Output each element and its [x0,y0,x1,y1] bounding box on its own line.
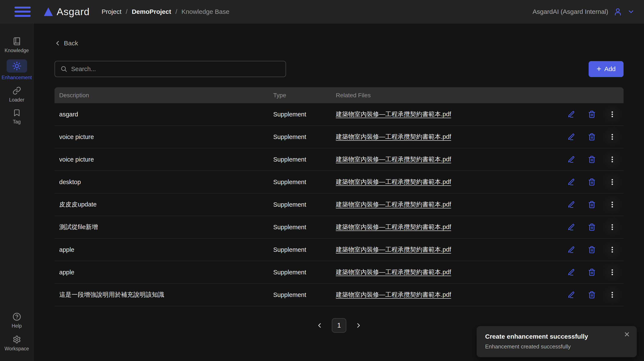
sidebar-item-workspace[interactable]: Workspace [0,335,34,352]
sidebar-item-help[interactable]: Help [0,313,34,329]
delete-icon[interactable] [582,194,602,215]
delete-icon[interactable] [582,149,602,170]
close-icon[interactable]: ✕ [624,331,630,338]
more-icon[interactable] [602,172,622,192]
delete-icon[interactable] [582,240,602,260]
toast-notification: Create enhancement successfully Enhancem… [476,326,637,357]
tag-icon [13,109,21,117]
row-related-file: 建築物室內裝修—工程承攬契約書範本.pdf [336,155,561,164]
breadcrumb-demoproject[interactable]: DemoProject [132,8,171,15]
delete-icon[interactable] [582,217,602,237]
row-related-file: 建築物室內裝修—工程承攬契約書範本.pdf [336,245,561,254]
app-logo[interactable]: Asgard [44,6,90,17]
topbar: Asgard Project / DemoProject / Knowledge… [0,0,644,23]
edit-icon[interactable] [561,104,582,124]
delete-icon[interactable] [582,262,602,283]
add-button[interactable]: + Add [589,61,624,77]
edit-icon[interactable] [561,172,582,192]
sidebar-item-label: Loader [9,97,24,103]
row-type: Supplement [273,224,336,231]
loader-icon [12,86,21,95]
row-actions [561,284,622,306]
prev-page-button[interactable] [316,322,323,329]
edit-icon[interactable] [561,149,582,170]
row-related-file: 建築物室內裝修—工程承攬契約書範本.pdf [336,200,561,209]
table-header: Description Type Related Files [54,87,624,103]
column-header-related-files: Related Files [336,92,561,99]
toast-message: Enhancement created successfully [485,343,628,350]
file-link[interactable]: 建築物室內裝修—工程承攬契約書範本.pdf [336,111,451,117]
active-pill [6,59,27,73]
file-link[interactable]: 建築物室內裝修—工程承攬契約書範本.pdf [336,156,451,163]
toast-title: Create enhancement successfully [485,333,628,340]
back-icon [54,40,61,46]
edit-icon[interactable] [561,262,582,283]
row-type: Supplement [273,111,336,118]
more-icon[interactable] [602,217,622,237]
file-link[interactable]: 建築物室內裝修—工程承攬契約書範本.pdf [336,246,451,253]
edit-icon[interactable] [561,240,582,260]
sidebar-item-enhancement[interactable]: Enhancement [0,59,34,80]
table-row: 測試從file新增 Supplement 建築物室內裝修—工程承攬契約書範本.p… [54,216,624,239]
page-number-current[interactable]: 1 [332,318,346,333]
logo-triangle-icon [44,7,53,16]
table-row: 這是一段增強說明用於補充說明該知識 Supplement 建築物室內裝修—工程承… [54,284,624,306]
table-row: apple Supplement 建築物室內裝修—工程承攬契約書範本.pdf [54,239,624,261]
back-label: Back [64,39,78,47]
edit-icon[interactable] [561,217,582,237]
file-link[interactable]: 建築物室內裝修—工程承攬契約書範本.pdf [336,224,451,230]
delete-icon[interactable] [582,104,602,124]
row-related-file: 建築物室內裝修—工程承攬契約書範本.pdf [336,223,561,231]
next-page-button[interactable] [355,322,362,329]
file-link[interactable]: 建築物室內裝修—工程承攬契約書範本.pdf [336,133,451,140]
row-type: Supplement [273,179,336,186]
more-icon[interactable] [602,285,622,305]
sidebar-item-tag[interactable]: Tag [0,109,34,125]
row-type: Supplement [273,133,336,140]
sidebar-item-loader[interactable]: Loader [0,86,34,103]
delete-icon[interactable] [582,127,602,147]
row-related-file: 建築物室內裝修—工程承攬契約書範本.pdf [336,110,561,119]
account-name: AsgardAI (Asgard Internal) [532,8,608,15]
user-icon[interactable] [613,7,622,16]
back-button[interactable]: Back [54,39,78,47]
edit-icon[interactable] [561,127,582,147]
more-icon[interactable] [602,194,622,215]
breadcrumb: Project / DemoProject / Knowledge Base [102,8,229,15]
chevron-down-icon[interactable] [628,8,635,15]
row-actions [561,216,622,238]
row-description: voice picture [59,156,273,163]
file-link[interactable]: 建築物室內裝修—工程承攬契約書範本.pdf [336,201,451,208]
column-header-description: Description [59,92,273,99]
more-icon[interactable] [602,240,622,260]
knowledge-icon [12,37,21,45]
edit-icon[interactable] [561,285,582,305]
sidebar-item-knowledge[interactable]: Knowledge [0,37,34,53]
app-name: Asgard [57,6,90,17]
row-description: 這是一段增強說明用於補充說明該知識 [59,291,273,299]
row-type: Supplement [273,291,336,299]
breadcrumb-project[interactable]: Project [102,8,122,15]
column-header-type: Type [273,92,336,99]
file-link[interactable]: 建築物室內裝修—工程承攬契約書範本.pdf [336,269,451,275]
row-description: 測試從file新增 [59,223,273,231]
delete-icon[interactable] [582,172,602,192]
file-link[interactable]: 建築物室內裝修—工程承攬契約書範本.pdf [336,178,451,185]
sidebar-item-label: Help [12,323,22,329]
row-description: apple [59,269,273,276]
more-icon[interactable] [602,104,622,124]
row-actions [561,148,622,170]
delete-icon[interactable] [582,285,602,305]
more-icon[interactable] [602,262,622,283]
add-button-label: Add [604,65,616,73]
edit-icon[interactable] [561,194,582,215]
search-input[interactable] [71,65,280,73]
menu-icon[interactable] [14,6,31,17]
row-type: Supplement [273,201,336,208]
search-icon [60,65,67,72]
more-icon[interactable] [602,127,622,147]
more-icon[interactable] [602,149,622,170]
breadcrumb-knowledge-base: Knowledge Base [182,8,229,15]
breadcrumb-separator: / [176,8,177,15]
file-link[interactable]: 建築物室內裝修—工程承攬契約書範本.pdf [336,291,451,298]
